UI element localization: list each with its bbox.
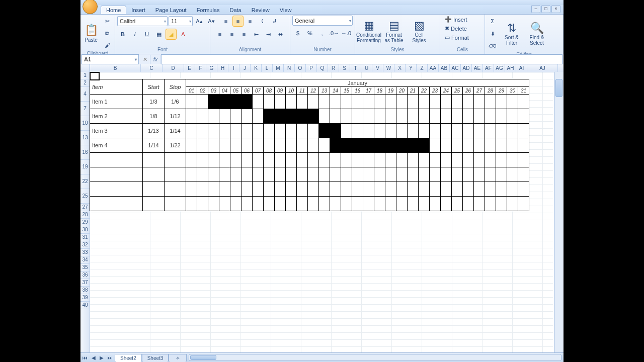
empty-cell-2-27[interactable] [474, 182, 485, 197]
empty-cell-3-24[interactable] [441, 197, 452, 211]
tab-insert[interactable]: Insert [126, 6, 150, 14]
increase-indent-button[interactable]: ⇥ [263, 29, 274, 40]
empty-cell-1-21[interactable] [408, 167, 419, 182]
gantt-cell-0-5[interactable] [230, 95, 242, 109]
gantt-cell-2-27[interactable] [474, 124, 485, 138]
empty-cell-0-28[interactable] [485, 153, 496, 167]
column-header-P[interactable]: P [306, 64, 317, 72]
gantt-cell-0-22[interactable] [419, 95, 430, 109]
empty-cell-1-12[interactable] [308, 167, 319, 182]
column-header-L[interactable]: L [262, 64, 273, 72]
column-header-G[interactable]: G [206, 64, 217, 72]
gantt-cell-1-19[interactable] [385, 109, 396, 124]
font-size-combo[interactable]: 11 [169, 16, 193, 26]
empty-item-0[interactable] [90, 153, 143, 167]
column-header-F[interactable]: F [195, 64, 206, 72]
empty-cell-1-9[interactable] [275, 167, 286, 182]
empty-cell-0-20[interactable] [396, 153, 408, 167]
item-stop-2[interactable]: 1/14 [165, 124, 186, 138]
empty-cell-0-21[interactable] [408, 153, 419, 167]
gantt-cell-1-11[interactable] [297, 109, 308, 124]
empty-cell-0-24[interactable] [441, 153, 452, 167]
horizontal-scrollbar[interactable] [189, 354, 561, 361]
column-header-Y[interactable]: Y [406, 64, 417, 72]
gantt-cell-1-12[interactable] [308, 109, 319, 124]
gantt-cell-3-12[interactable] [308, 138, 319, 153]
empty-cell-2-31[interactable] [518, 182, 529, 197]
sheet-nav-first[interactable]: ⏮ [80, 355, 90, 360]
gantt-cell-3-24[interactable] [441, 138, 452, 153]
cell-styles-button[interactable]: ▧ Cell Styles [408, 16, 431, 46]
gantt-cell-2-5[interactable] [230, 124, 242, 138]
gantt-cell-3-11[interactable] [297, 138, 308, 153]
row-header-7[interactable]: 7 [80, 102, 90, 116]
gantt-cell-1-13[interactable] [319, 109, 330, 124]
gantt-cell-1-26[interactable] [463, 109, 474, 124]
column-header-H[interactable]: H [217, 64, 228, 72]
tab-home[interactable]: Home [101, 6, 126, 14]
empty-cell-2-22[interactable] [419, 182, 430, 197]
empty-cell-2-15[interactable] [341, 182, 352, 197]
empty-cell-1-26[interactable] [463, 167, 474, 182]
gantt-cell-3-20[interactable] [396, 138, 408, 153]
align-center-button[interactable]: ≡ [226, 29, 237, 40]
gantt-cell-1-15[interactable] [341, 109, 352, 124]
gantt-cell-2-10[interactable] [286, 124, 297, 138]
empty-cell-1-15[interactable] [341, 167, 352, 182]
column-header-O[interactable]: O [295, 64, 306, 72]
gantt-cell-1-18[interactable] [374, 109, 385, 124]
gantt-cell-1-7[interactable] [253, 109, 264, 124]
empty-cell-3-10[interactable] [286, 197, 297, 211]
empty-cell-1-11[interactable] [297, 167, 308, 182]
empty-item-1[interactable] [90, 167, 143, 182]
gantt-cell-0-16[interactable] [352, 95, 363, 109]
gantt-cell-3-2[interactable] [197, 138, 208, 153]
empty-cell-3-21[interactable] [408, 197, 419, 211]
empty-cell-0-23[interactable] [430, 153, 441, 167]
empty-cell-1-24[interactable] [441, 167, 452, 182]
item-stop-0[interactable]: 1/6 [165, 95, 186, 109]
column-header-AI[interactable]: AI [516, 64, 527, 72]
gantt-cell-0-6[interactable] [242, 95, 253, 109]
item-start-1[interactable]: 1/8 [143, 109, 165, 124]
find-select-button[interactable]: 🔍 Find & Select [525, 19, 548, 49]
sort-filter-button[interactable]: ⇅ Sort & Filter [500, 19, 523, 49]
window-restore-icon[interactable]: □ [541, 5, 550, 13]
percent-button[interactable]: % [304, 28, 315, 39]
horizontal-scroll-thumb[interactable] [190, 355, 216, 360]
gantt-cell-2-25[interactable] [452, 124, 463, 138]
gantt-cell-2-18[interactable] [374, 124, 385, 138]
format-as-table-button[interactable]: ▤ Format as Table [382, 16, 406, 46]
item-start-3[interactable]: 1/14 [143, 138, 165, 153]
empty-cell-1-2[interactable] [197, 167, 208, 182]
sheet-nav-prev[interactable]: ◀ [90, 355, 98, 360]
empty-cell-0-2[interactable] [197, 153, 208, 167]
empty-cell-2-4[interactable] [219, 182, 230, 197]
empty-cell-1-27[interactable] [474, 167, 485, 182]
gantt-cell-2-19[interactable] [385, 124, 396, 138]
gantt-cell-1-24[interactable] [441, 109, 452, 124]
empty-start-3[interactable] [143, 197, 165, 211]
gantt-cell-1-30[interactable] [507, 109, 518, 124]
window-close-icon[interactable]: × [551, 5, 560, 13]
gantt-cell-1-5[interactable] [230, 109, 242, 124]
decrease-decimal-button[interactable]: ←.0 [341, 28, 352, 39]
gantt-cell-2-2[interactable] [197, 124, 208, 138]
empty-cell-3-16[interactable] [352, 197, 363, 211]
gantt-cell-3-26[interactable] [463, 138, 474, 153]
gantt-cell-0-23[interactable] [430, 95, 441, 109]
column-header-AB[interactable]: AB [439, 64, 450, 72]
empty-stop-1[interactable] [165, 167, 186, 182]
empty-cell-1-25[interactable] [452, 167, 463, 182]
column-header-E[interactable]: E [184, 64, 195, 72]
gantt-cell-2-15[interactable] [341, 124, 352, 138]
gantt-cell-1-10[interactable] [286, 109, 297, 124]
empty-cell-0-9[interactable] [275, 153, 286, 167]
column-header-Q[interactable]: Q [317, 64, 328, 72]
gantt-cell-2-4[interactable] [219, 124, 230, 138]
empty-cell-3-11[interactable] [297, 197, 308, 211]
empty-cell-2-12[interactable] [308, 182, 319, 197]
empty-cell-2-16[interactable] [352, 182, 363, 197]
gantt-cell-2-6[interactable] [242, 124, 253, 138]
column-header-I[interactable]: I [228, 64, 239, 72]
